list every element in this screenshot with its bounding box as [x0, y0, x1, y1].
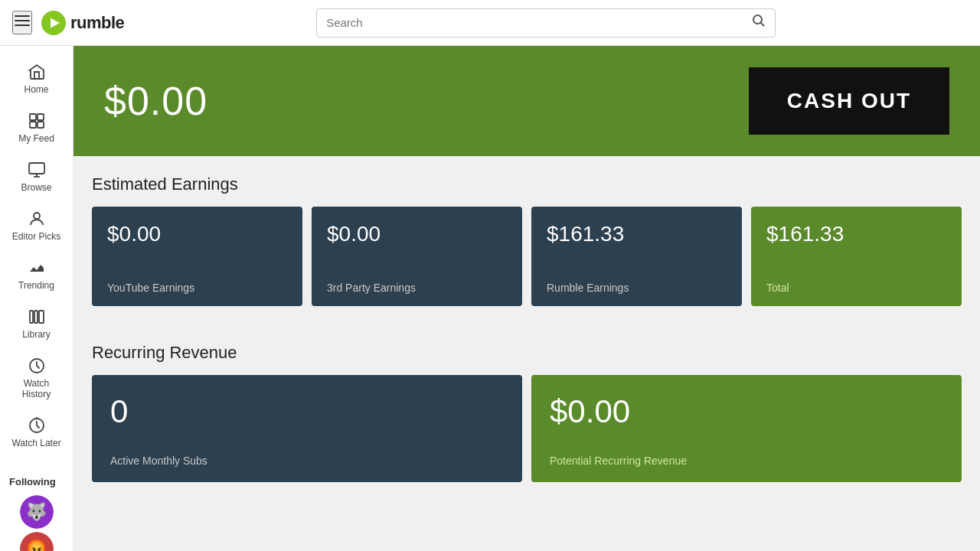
potential-revenue-amount: $0.00 — [550, 393, 943, 430]
recurring-revenue-section: Recurring Revenue — [74, 324, 980, 363]
svg-point-5 — [753, 15, 762, 24]
cashout-button[interactable]: CASH OUT — [749, 67, 949, 135]
rumble-earnings-card: $161.33 Rumble Earnings — [531, 207, 742, 306]
estimated-earnings-section: Estimated Earnings $0.00 YouTube Earning… — [74, 156, 980, 306]
menu-button[interactable] — [12, 11, 32, 34]
earnings-cards-row: $0.00 YouTube Earnings $0.00 3rd Party E… — [92, 207, 962, 306]
active-subs-amount: 0 — [110, 393, 504, 430]
balance-banner: $0.00 CASH OUT — [74, 46, 980, 156]
svg-rect-9 — [30, 122, 36, 128]
active-subs-card: 0 Active Monthly Subs — [92, 375, 522, 482]
sidebar-item-my-feed-label: My Feed — [18, 133, 54, 144]
potential-revenue-label: Potential Recurring Revenue — [550, 455, 943, 467]
rumble-earnings-amount: $161.33 — [547, 222, 727, 246]
svg-rect-15 — [30, 311, 33, 323]
sidebar-item-browse[interactable]: Browse — [3, 153, 70, 201]
third-party-earnings-card: $0.00 3rd Party Earnings — [312, 207, 522, 306]
balance-amount: $0.00 — [104, 78, 207, 124]
sidebar-item-trending[interactable]: Trending — [3, 251, 70, 298]
rumble-earnings-label: Rumble Earnings — [547, 282, 727, 294]
following-avatar-2[interactable]: 😡 — [20, 532, 54, 551]
watch-later-icon — [28, 416, 46, 435]
recurring-cards-row: 0 Active Monthly Subs $0.00 Potential Re… — [74, 375, 980, 500]
youtube-earnings-card: $0.00 YouTube Earnings — [92, 207, 302, 306]
svg-point-14 — [34, 213, 40, 219]
third-party-earnings-label: 3rd Party Earnings — [327, 282, 507, 294]
potential-revenue-card: $0.00 Potential Recurring Revenue — [531, 375, 962, 482]
svg-rect-7 — [30, 114, 36, 120]
search-input[interactable] — [326, 16, 752, 29]
search-icon[interactable] — [752, 14, 766, 31]
sidebar-item-trending-label: Trending — [18, 280, 54, 291]
third-party-earnings-amount: $0.00 — [327, 222, 507, 246]
svg-rect-17 — [39, 311, 44, 323]
total-earnings-label: Total — [766, 282, 946, 294]
sidebar-item-library-label: Library — [22, 329, 51, 340]
active-subs-label: Active Monthly Subs — [110, 455, 504, 467]
layout: Home My Feed Browse Editor — [0, 46, 980, 551]
editor-picks-icon — [28, 210, 46, 228]
logo[interactable]: rumble — [41, 11, 124, 35]
sidebar-item-editor-picks[interactable]: Editor Picks — [3, 202, 70, 249]
feed-icon — [28, 112, 46, 130]
sidebar-item-library[interactable]: Library — [3, 300, 70, 347]
library-icon — [28, 308, 46, 326]
following-section: Following 🐺 😡 — [0, 470, 73, 551]
sidebar-item-browse-label: Browse — [21, 182, 51, 193]
watch-history-icon — [28, 357, 46, 375]
sidebar-item-watch-history-label: Watch History — [9, 378, 64, 399]
total-earnings-amount: $161.33 — [766, 222, 946, 246]
main-content: $0.00 CASH OUT Estimated Earnings $0.00 … — [74, 46, 980, 551]
svg-rect-8 — [38, 114, 44, 120]
search-bar — [316, 8, 776, 37]
svg-rect-11 — [29, 163, 44, 174]
following-label: Following — [6, 476, 67, 492]
sidebar-item-watch-later[interactable]: Watch Later — [3, 409, 70, 456]
svg-line-6 — [761, 23, 765, 27]
recurring-revenue-title: Recurring Revenue — [92, 343, 962, 363]
youtube-earnings-amount: $0.00 — [107, 222, 287, 246]
sidebar-item-home[interactable]: Home — [3, 55, 70, 103]
header: rumble — [0, 0, 980, 46]
following-avatar-1[interactable]: 🐺 — [20, 495, 54, 529]
home-icon — [28, 63, 46, 81]
sidebar-item-watch-later-label: Watch Later — [11, 438, 60, 448]
svg-rect-16 — [34, 311, 38, 323]
sidebar-item-editor-picks-label: Editor Picks — [12, 231, 60, 242]
sidebar-item-watch-history[interactable]: Watch History — [3, 349, 70, 407]
trending-icon — [28, 259, 46, 277]
sidebar-item-my-feed[interactable]: My Feed — [3, 104, 70, 152]
sidebar: Home My Feed Browse Editor — [0, 46, 74, 551]
total-earnings-card: $161.33 Total — [751, 207, 962, 306]
sidebar-item-home-label: Home — [24, 84, 48, 95]
estimated-earnings-title: Estimated Earnings — [92, 174, 962, 194]
svg-rect-10 — [38, 122, 44, 128]
youtube-earnings-label: YouTube Earnings — [107, 282, 287, 294]
browse-icon — [28, 161, 46, 179]
logo-text: rumble — [70, 13, 124, 33]
